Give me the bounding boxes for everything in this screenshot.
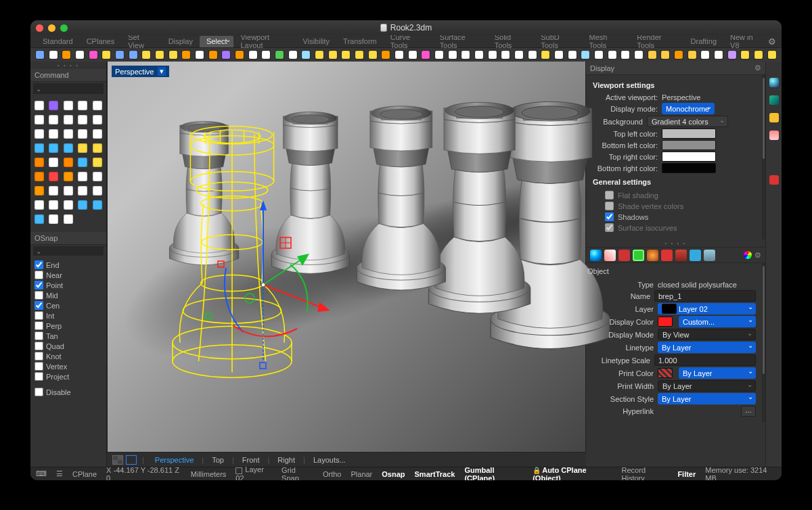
toolbar-button[interactable] (580, 49, 592, 60)
toolbar-button[interactable] (766, 49, 778, 60)
gear-icon[interactable]: ⚙ (754, 64, 761, 72)
toolbar-button[interactable] (606, 49, 618, 60)
toolbar-button[interactable] (140, 49, 152, 60)
sub-icon[interactable] (690, 250, 701, 261)
toolbar-button[interactable] (460, 49, 472, 60)
palette-tool[interactable] (62, 185, 74, 197)
viewport-tab[interactable]: Top (206, 455, 229, 465)
palette-tool[interactable] (91, 156, 104, 168)
toolbar-button[interactable] (473, 49, 485, 60)
surface-isocurves-checkbox[interactable]: Surface isocurves (605, 223, 756, 232)
toolbar-button[interactable] (233, 49, 246, 60)
status-cplane[interactable]: CPlane (72, 470, 97, 478)
render-icon[interactable] (661, 250, 673, 261)
status-osnap[interactable]: Osnap (382, 470, 405, 478)
palette-tool[interactable] (47, 185, 60, 197)
background-select[interactable]: Gradient 4 colors (647, 116, 728, 127)
toolbar-button[interactable] (273, 49, 286, 60)
toolbar-button[interactable] (593, 49, 605, 60)
toolbar-button[interactable] (726, 49, 738, 60)
toolbar-button[interactable] (287, 49, 299, 60)
osnap-near[interactable]: Near (35, 270, 102, 280)
toolbar-button[interactable] (660, 49, 672, 60)
shade-vertex-colors-checkbox[interactable]: Shade vertex colors (605, 202, 756, 210)
toolbar-button[interactable] (60, 49, 72, 60)
palette-tool[interactable] (47, 142, 60, 154)
toolset-tab[interactable]: Display (162, 36, 200, 47)
palette-tool[interactable] (47, 156, 60, 168)
status-layer[interactable]: Layer 02 (235, 465, 272, 480)
gear-icon[interactable]: ⚙ (768, 37, 776, 47)
palette-tool[interactable] (76, 114, 89, 126)
palette-tool[interactable] (33, 185, 45, 197)
scrollbar[interactable] (762, 263, 765, 422)
status-record-history[interactable]: Record History (622, 466, 669, 481)
layer-select[interactable]: Layer 02 (658, 303, 756, 315)
palette-tool[interactable] (91, 99, 104, 112)
palette-tool[interactable] (33, 170, 45, 183)
print-width-select[interactable]: By Layer (658, 380, 756, 392)
palette-tool[interactable] (33, 128, 45, 140)
section-style-select[interactable]: By Layer (658, 393, 756, 404)
toolbar-button[interactable] (420, 49, 432, 60)
bottom-left-color-swatch[interactable] (662, 140, 716, 150)
decal-icon[interactable] (647, 250, 658, 261)
display-mode-select2[interactable]: By View (658, 329, 756, 340)
palette-tool[interactable] (62, 156, 74, 168)
toolbar-button[interactable] (207, 49, 219, 60)
toolset-tab[interactable]: Select (200, 36, 234, 47)
rook-selected[interactable] (165, 116, 243, 271)
toolbar-button[interactable] (740, 49, 752, 60)
toolbar-button[interactable] (633, 49, 645, 60)
toolbar-button[interactable] (247, 49, 259, 60)
toolbar-button[interactable] (553, 49, 565, 60)
status-filter[interactable]: Filter (677, 470, 696, 478)
palette-tool[interactable] (76, 185, 89, 197)
palette-tool[interactable] (47, 213, 60, 225)
linetype-select[interactable]: By Layer (658, 342, 756, 353)
palette-tool[interactable] (62, 128, 74, 140)
viewport-tab[interactable]: Front (237, 455, 265, 465)
toolbar-button[interactable] (353, 49, 365, 60)
palette-tool[interactable] (33, 142, 45, 154)
hyperlink-button[interactable]: … (741, 406, 756, 417)
toolbar-button[interactable] (74, 49, 86, 60)
palette-tool[interactable] (33, 199, 45, 211)
toolset-tab[interactable]: CPlanes (80, 36, 122, 47)
palette-tool[interactable] (91, 170, 104, 183)
toolbar-button[interactable] (646, 49, 658, 60)
palette-tool[interactable] (91, 142, 104, 154)
toolbar-button[interactable] (367, 49, 379, 60)
palette-tool[interactable] (62, 142, 74, 154)
tool-palette[interactable] (30, 97, 106, 228)
help-icon[interactable] (769, 113, 779, 122)
render-icon[interactable] (769, 131, 779, 140)
toolbar-button[interactable] (220, 49, 232, 60)
palette-tool[interactable] (47, 114, 60, 126)
palette-tool[interactable] (47, 99, 60, 112)
toolbar-button[interactable] (194, 49, 206, 60)
top-right-color-swatch[interactable] (662, 152, 716, 162)
palette-tool[interactable] (91, 213, 104, 225)
status-gridsnap[interactable]: Grid Snap (281, 466, 313, 481)
osnap-options[interactable]: ⌄ (33, 246, 104, 256)
palette-tool[interactable] (33, 156, 45, 168)
viewport[interactable]: Perspective ▾ (108, 62, 585, 452)
palette-tool[interactable] (76, 170, 89, 183)
osnap-disable[interactable]: Disable (35, 387, 102, 397)
list-icon[interactable]: ☰ (56, 469, 63, 478)
viewport-tab[interactable]: Layouts... (308, 455, 351, 465)
osnap-int[interactable]: Int (35, 310, 102, 321)
palette-tool[interactable] (62, 170, 74, 183)
drag-handle[interactable]: • • • • (30, 62, 106, 69)
toolset-tab[interactable]: Transform (336, 36, 384, 47)
toolbar-button[interactable] (87, 49, 99, 60)
palette-tool[interactable] (33, 114, 45, 126)
toolbar-button[interactable] (407, 49, 419, 60)
toolbar-button[interactable] (700, 49, 712, 60)
palette-tool[interactable] (76, 142, 89, 154)
edge-icon[interactable] (675, 250, 687, 261)
status-autocplane[interactable]: Auto CPlane (Object) (533, 466, 612, 481)
shadows-checkbox[interactable]: Shadows (605, 212, 756, 221)
single-view-icon[interactable] (126, 455, 137, 465)
